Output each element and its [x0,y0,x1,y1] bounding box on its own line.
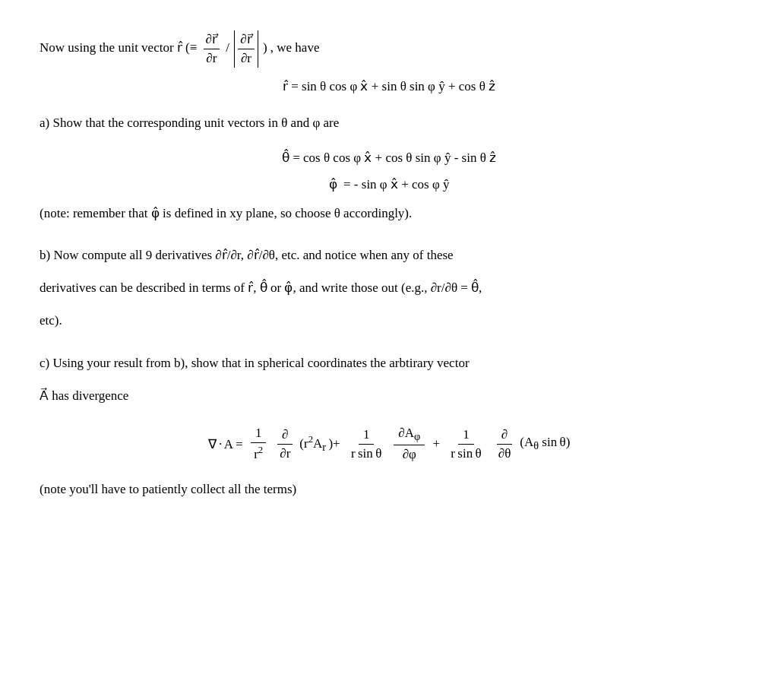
abs-fraction: ∂r⃗ ∂r [238,30,254,68]
abs-num: ∂r⃗ [238,30,254,49]
term1-frac: 1 r2 [249,424,267,464]
term2-den: r sin θ [346,445,386,463]
term1-num: 1 [251,424,267,443]
abs-den: ∂r [239,49,254,68]
part-c-vec-a: A⃗ has divergence [40,385,738,406]
divergence-equation: ∇ · A = 1 r2 ∂ ∂r (r2Ar )+ 1 r sin θ ∂ [40,424,738,464]
theta-hat-eq-text: θ̂ = cos θ cos φ x̂ + cos θ sin φ ŷ - si… [282,150,496,165]
part-a-note: (note: remember that φ̂ is defined in xy… [40,203,738,223]
part-b-text2: derivatives can be described in terms of… [40,277,738,298]
part-a-label: a) Show that the corresponding unit vect… [40,112,738,133]
term2-partial-den: ∂φ [398,445,421,464]
term1-partial-den: ∂r [275,445,295,463]
part-c-note: (note you'll have to patiently collect a… [40,479,738,499]
absolute-value-container: ∂r⃗ ∂r [234,30,258,68]
part-c-label: c) Using your result from b), show that … [40,353,738,373]
term3-partial-container: ∂ ∂θ [491,426,519,463]
term3-parens: (Aθ sin θ) [520,435,570,452]
term1-den: r2 [249,443,267,464]
term1-partial-num: ∂ [277,426,293,445]
term3-partial-num: ∂ [497,426,512,445]
term2-num: 1 [359,426,375,445]
divider-text: / [226,40,232,55]
term2-partial-frac: ∂Aφ ∂φ [394,424,425,464]
fraction-container: ∂r⃗ ∂r [202,30,221,68]
part-b-section: b) Now compute all 9 derivatives ∂r̂/∂r,… [40,245,738,331]
term1-partial-frac: ∂ ∂r [275,426,295,463]
phi-hat-equation: φ̂ = - sin φ x̂ + cos φ ŷ [40,176,738,192]
part-b-text: b) Now compute all 9 derivatives ∂r̂/∂r,… [40,245,738,265]
frac-num: ∂r⃗ [204,30,220,49]
numerator-fraction: ∂r⃗ ∂r [204,30,220,68]
term3-num: 1 [458,426,474,445]
term2-frac: 1 r sin θ [346,426,386,463]
term3-frac: 1 r sin θ [446,426,485,463]
r-hat-equation: r̂ = sin θ cos φ x̂ + sin θ sin φ ŷ + co… [40,78,738,94]
intro-end-text: ) , we have [263,40,320,55]
frac-den: ∂r [204,49,219,68]
term1-partial: ∂ ∂r [272,426,298,463]
intro-paragraph: Now using the unit vector r̂ (≡ ∂r⃗ ∂r /… [40,30,738,68]
term2-partial-container: ∂Aφ ∂φ [391,424,428,464]
intro-section: Now using the unit vector r̂ (≡ ∂r⃗ ∂r /… [40,30,738,94]
nabla-dot-A: ∇ · A = [208,436,247,452]
theta-hat-equation: θ̂ = cos θ cos φ x̂ + cos θ sin φ ŷ - si… [40,150,738,166]
term3-den: r sin θ [446,445,485,463]
term1-parens: (r2Ar )+ [299,434,343,454]
part-a-section: a) Show that the corresponding unit vect… [40,112,738,223]
intro-text: Now using the unit vector r̂ (≡ [40,40,201,55]
part-b-text3: etc). [40,310,738,331]
phi-hat-eq-text: φ̂ = - sin φ x̂ + cos φ ŷ [329,177,450,192]
page-content: Now using the unit vector r̂ (≡ ∂r⃗ ∂r /… [40,30,738,499]
term2-partial-num: ∂Aφ [394,424,425,445]
r-hat-eq-text: r̂ = sin θ cos φ x̂ + sin θ sin φ ŷ + co… [283,79,495,93]
plus2: + [429,436,443,451]
term3-partial-den: ∂θ [494,445,516,463]
part-c-section: c) Using your result from b), show that … [40,353,738,500]
term3-partial-frac: ∂ ∂θ [494,426,516,463]
